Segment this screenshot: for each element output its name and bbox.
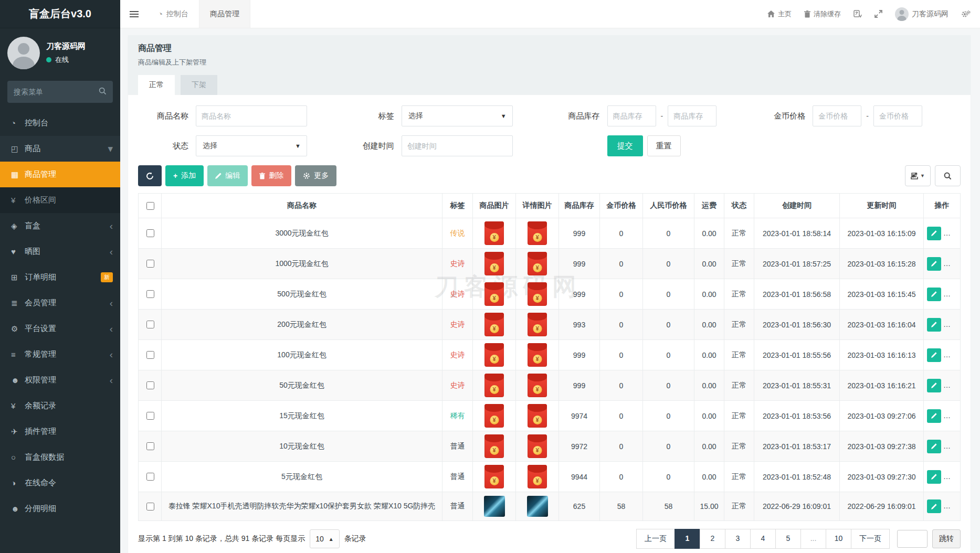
product-image[interactable] bbox=[484, 404, 504, 428]
sidebar-menu-item[interactable]: ☻ 分佣明细 bbox=[0, 496, 120, 522]
sidebar-menu-item[interactable]: ♥ 晒图 ‹ bbox=[0, 239, 120, 264]
add-button[interactable]: + 添加 bbox=[165, 165, 204, 186]
row-checkbox[interactable] bbox=[146, 229, 154, 237]
table-search-button[interactable] bbox=[935, 165, 961, 186]
sidebar-menu-item[interactable]: ○ 盲盒假数据 bbox=[0, 444, 120, 470]
detail-image[interactable] bbox=[528, 221, 547, 245]
row-checkbox[interactable] bbox=[146, 321, 154, 328]
clear-cache-link[interactable]: 清除缓存 bbox=[804, 9, 841, 19]
sidebar-menu-item[interactable]: ¥ 余额记录 bbox=[0, 393, 120, 419]
reset-button[interactable]: 重置 bbox=[647, 135, 681, 156]
sidebar-menu-item[interactable]: ◔ 控制台 bbox=[0, 110, 120, 136]
row-checkbox[interactable] bbox=[146, 290, 154, 298]
row-checkbox[interactable] bbox=[146, 503, 154, 511]
tab-offshelf[interactable]: 下架 bbox=[181, 75, 217, 95]
row-edit-button[interactable] bbox=[927, 440, 941, 453]
name-filter-input[interactable] bbox=[196, 105, 307, 126]
product-image[interactable] bbox=[484, 221, 504, 245]
jump-page-input[interactable] bbox=[897, 530, 928, 548]
row-edit-button[interactable] bbox=[927, 288, 941, 301]
stock-min-input[interactable] bbox=[607, 105, 656, 126]
product-image[interactable] bbox=[484, 343, 504, 367]
row-checkbox[interactable] bbox=[146, 351, 154, 359]
sidebar-menu-item[interactable]: ⊞ 订单明细 新 bbox=[0, 264, 120, 290]
page-link[interactable]: 下一页 bbox=[851, 529, 890, 549]
row-edit-button[interactable] bbox=[927, 227, 941, 240]
select-all-checkbox[interactable] bbox=[146, 202, 154, 210]
settings-gears-icon[interactable] bbox=[961, 10, 971, 18]
home-link[interactable]: 主页 bbox=[767, 9, 792, 19]
row-edit-button[interactable] bbox=[927, 257, 941, 271]
created-time-input[interactable] bbox=[402, 135, 513, 156]
jump-button[interactable]: 跳转 bbox=[932, 529, 961, 548]
page-link[interactable]: 3 bbox=[725, 529, 751, 549]
detail-image[interactable] bbox=[527, 496, 548, 517]
tab-normal[interactable]: 正常 bbox=[138, 75, 175, 95]
row-checkbox[interactable] bbox=[146, 260, 154, 268]
page-link[interactable]: 上一页 bbox=[636, 529, 675, 549]
page-link[interactable]: ... bbox=[800, 529, 826, 549]
row-edit-button[interactable] bbox=[927, 318, 941, 332]
tag-select[interactable]: 选择 ▼ bbox=[402, 105, 513, 126]
sidebar-menu-item[interactable]: ✈ 插件管理 bbox=[0, 419, 120, 444]
sidebar-menu-item[interactable]: ☻ 权限管理 ‹ bbox=[0, 367, 120, 393]
sidebar-menu-item[interactable]: ¥ 价格区间 bbox=[0, 187, 120, 213]
row-checkbox[interactable] bbox=[146, 473, 154, 481]
detail-image[interactable] bbox=[528, 313, 547, 336]
product-image[interactable] bbox=[484, 282, 504, 306]
gold-min-input[interactable] bbox=[813, 105, 861, 126]
fullscreen-icon[interactable] bbox=[874, 10, 882, 18]
detail-image[interactable] bbox=[528, 282, 547, 306]
page-size-select[interactable]: 10 ▲ bbox=[310, 529, 339, 548]
row-edit-button[interactable] bbox=[927, 348, 941, 362]
sidebar-menu-item[interactable]: ⚙ 平台设置 ‹ bbox=[0, 316, 120, 342]
product-image[interactable] bbox=[484, 252, 504, 275]
page-link[interactable]: 10 bbox=[826, 529, 851, 549]
row-checkbox[interactable] bbox=[146, 381, 154, 389]
row-checkbox[interactable] bbox=[146, 442, 154, 450]
row-checkbox[interactable] bbox=[146, 412, 154, 420]
more-button[interactable]: 更多 bbox=[295, 165, 336, 186]
sidebar-menu-item[interactable]: ≡ 常规管理 ‹ bbox=[0, 342, 120, 367]
row-edit-button[interactable] bbox=[927, 470, 941, 484]
sidebar-menu-item[interactable]: ▦ 商品管理 bbox=[0, 162, 120, 187]
detail-image[interactable] bbox=[528, 374, 547, 397]
export-button[interactable]: ▼ bbox=[905, 165, 931, 186]
user-menu[interactable]: 刀客源码网 bbox=[895, 7, 949, 21]
sidebar-menu-item[interactable]: ≣ 会员管理 ‹ bbox=[0, 290, 120, 316]
gold-max-input[interactable] bbox=[873, 105, 922, 126]
sidebar-menu-item[interactable]: ◈ 盲盒 ‹ bbox=[0, 213, 120, 239]
detail-image[interactable] bbox=[528, 404, 547, 428]
sidebar-menu-item[interactable]: ◑ 在线命令 bbox=[0, 470, 120, 496]
sidebar-search-input[interactable] bbox=[7, 81, 113, 103]
translate-icon[interactable] bbox=[853, 10, 862, 18]
table-row: 1000元现金红包 史诗 999 0 0 0.00 正常 bbox=[139, 249, 961, 279]
sidebar-menu-item[interactable]: ◰ 商品 ▾ bbox=[0, 136, 120, 162]
detail-image[interactable] bbox=[528, 434, 547, 458]
topbar-tab[interactable]: 商品管理 bbox=[199, 0, 250, 28]
topbar-tab[interactable]: ◔ 控制台 bbox=[147, 0, 199, 28]
row-edit-button[interactable] bbox=[927, 409, 941, 423]
product-image[interactable] bbox=[484, 313, 504, 336]
product-image[interactable] bbox=[484, 374, 504, 397]
stock-max-input[interactable] bbox=[668, 105, 716, 126]
delete-button[interactable]: 删除 bbox=[251, 165, 291, 186]
detail-image[interactable] bbox=[528, 465, 547, 488]
search-icon[interactable] bbox=[99, 87, 107, 95]
status-select[interactable]: 选择 ▼ bbox=[196, 135, 307, 156]
hamburger-menu-icon[interactable] bbox=[120, 0, 147, 28]
edit-button[interactable]: 编辑 bbox=[207, 165, 248, 186]
row-edit-button[interactable] bbox=[927, 499, 941, 513]
page-link[interactable]: 5 bbox=[775, 529, 801, 549]
product-image[interactable] bbox=[484, 434, 504, 458]
product-image[interactable] bbox=[484, 465, 504, 488]
refresh-button[interactable] bbox=[138, 165, 162, 186]
submit-button[interactable]: 提交 bbox=[607, 135, 643, 156]
page-link[interactable]: 4 bbox=[750, 529, 776, 549]
product-image[interactable] bbox=[484, 496, 505, 517]
row-edit-button[interactable] bbox=[927, 379, 941, 392]
detail-image[interactable] bbox=[528, 343, 547, 367]
page-link[interactable]: 2 bbox=[700, 529, 725, 549]
detail-image[interactable] bbox=[528, 252, 547, 275]
page-link[interactable]: 1 bbox=[675, 529, 700, 549]
